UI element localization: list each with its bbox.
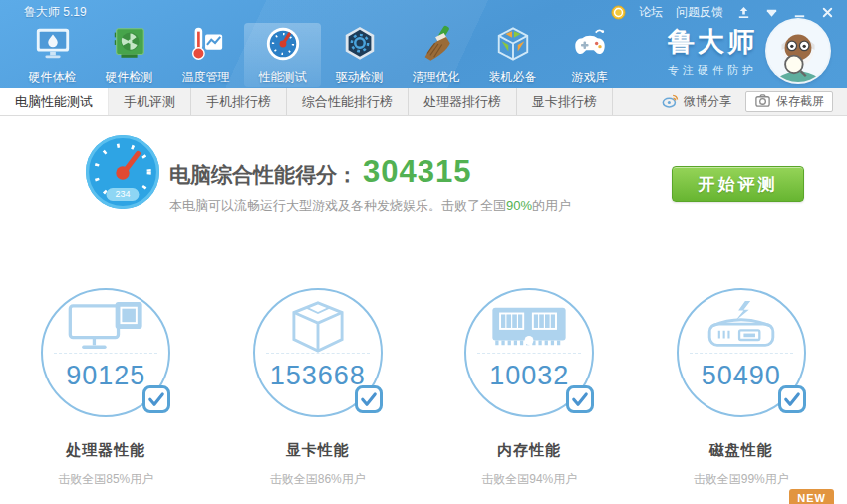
tab-phone-ranking[interactable]: 手机排行榜 bbox=[191, 88, 287, 115]
cpu-gauge-circle: 90125 bbox=[41, 288, 170, 417]
score-description: 本电脑可以流畅运行大型游戏及各种发烧娱乐。击败了全国90%的用户 bbox=[169, 197, 571, 215]
update-icon[interactable] bbox=[736, 5, 751, 20]
disk-gauge-label: 磁盘性能 bbox=[636, 441, 847, 460]
skin-icon[interactable] bbox=[764, 5, 779, 20]
cpu-gauge-label: 处理器性能 bbox=[0, 441, 212, 460]
score-desc-percent: 90% bbox=[506, 198, 532, 213]
score-info: 电脑综合性能得分： 304315 本电脑可以流畅运行大型游戏及各种发烧娱乐。击败… bbox=[169, 154, 571, 215]
forum-link[interactable]: 论坛 bbox=[639, 4, 663, 21]
minimize-button[interactable] bbox=[792, 5, 807, 20]
disk-gauge-circle: 50490 bbox=[677, 288, 806, 417]
check-badge-icon bbox=[141, 384, 171, 414]
window-title: 鲁大师 5.19 bbox=[24, 4, 87, 21]
toolbar-item-hardware-detect[interactable]: 硬件检测 bbox=[91, 23, 167, 87]
header: 鲁大师 5.19 论坛 问题反馈 bbox=[0, 0, 847, 88]
disk-beat-text: 击败全国99%用户 bbox=[636, 471, 847, 488]
start-benchmark-button[interactable]: 开始评测 bbox=[672, 166, 804, 202]
score-section: 234 电脑综合性能得分： 304315 本电脑可以流畅运行大型游戏及各种发烧娱… bbox=[85, 132, 807, 227]
check-badge-icon bbox=[565, 384, 595, 414]
feedback-link[interactable]: 问题反馈 bbox=[676, 4, 723, 21]
toolbar-label: 清理优化 bbox=[413, 69, 460, 86]
divider bbox=[477, 353, 581, 354]
toolbar-item-driver-detect[interactable]: 驱动检测 bbox=[321, 23, 398, 87]
hardware-detect-icon bbox=[111, 25, 148, 67]
check-badge-icon bbox=[777, 384, 807, 414]
tab-actions: 微博分享 保存截屏 bbox=[662, 88, 847, 115]
titlebar-controls: 论坛 问题反馈 bbox=[611, 4, 835, 21]
toolbar-item-performance-test[interactable]: 性能测试 bbox=[244, 23, 321, 87]
divider bbox=[690, 353, 793, 354]
gauge-pill-badge: 234 bbox=[106, 188, 139, 201]
memory-gauge-label: 内存性能 bbox=[424, 441, 636, 460]
mascot-avatar bbox=[767, 20, 829, 82]
disk-drive-icon bbox=[696, 300, 787, 354]
toolbar: 硬件体检 硬件检测 温度管理 性能测试 bbox=[14, 23, 628, 87]
gauge-card-disk[interactable]: 50490 磁盘性能 击败全国99%用户 bbox=[636, 288, 847, 488]
weibo-share-button[interactable]: 微博分享 bbox=[662, 92, 731, 112]
weibo-icon bbox=[662, 92, 679, 112]
memory-gauge-circle: 10032 bbox=[464, 288, 594, 417]
memory-stick-icon bbox=[483, 300, 575, 354]
gpu-gauge-label: 显卡性能 bbox=[212, 441, 424, 460]
new-badge: NEW bbox=[789, 489, 834, 504]
titlebar: 鲁大师 5.19 论坛 问题反馈 bbox=[0, 0, 847, 22]
save-screenshot-label: 保存截屏 bbox=[776, 93, 824, 110]
hardware-checkup-icon bbox=[34, 25, 72, 67]
score-value: 304315 bbox=[363, 154, 471, 190]
cpu-monitor-icon bbox=[60, 300, 151, 354]
brand-slogan: 专注硬件防护 bbox=[668, 63, 757, 78]
divider bbox=[54, 353, 157, 354]
toolbar-label: 温度管理 bbox=[182, 69, 230, 86]
toolbar-label: 装机必备 bbox=[489, 69, 537, 86]
gpu-gauge-circle: 153668 bbox=[253, 288, 383, 417]
toolbar-label: 性能测试 bbox=[259, 69, 307, 86]
toolbar-item-toolkit[interactable]: 装机必备 bbox=[474, 23, 551, 87]
gauge-card-memory[interactable]: 10032 内存性能 击败全国94%用户 bbox=[424, 288, 636, 488]
toolbar-label: 硬件体检 bbox=[29, 69, 77, 86]
tab-pc-benchmark[interactable]: 电脑性能测试 bbox=[0, 88, 109, 115]
temperature-icon bbox=[187, 25, 225, 67]
gpu-beat-text: 击败全国86%用户 bbox=[212, 471, 424, 488]
camera-icon bbox=[754, 92, 771, 112]
brand: 鲁大师 专注硬件防护 bbox=[668, 20, 829, 82]
gauge-card-cpu[interactable]: 90125 处理器性能 击败全国85%用户 bbox=[0, 288, 212, 488]
toolbar-item-game-library[interactable]: 游戏库 bbox=[551, 23, 628, 87]
toolkit-cube-icon bbox=[494, 25, 532, 67]
gauge-card-gpu[interactable]: 153668 显卡性能 击败全国86%用户 bbox=[212, 288, 424, 488]
divider bbox=[266, 353, 370, 354]
driver-detect-icon bbox=[341, 25, 379, 67]
tab-phone-review[interactable]: 手机评测 bbox=[109, 88, 191, 115]
toolbar-label: 硬件检测 bbox=[106, 69, 153, 86]
coin-icon[interactable] bbox=[611, 5, 626, 20]
toolbar-label: 驱动检测 bbox=[336, 69, 384, 86]
toolbar-item-hardware-checkup[interactable]: 硬件体检 bbox=[14, 23, 91, 87]
cleanup-broom-icon bbox=[418, 25, 455, 67]
performance-test-icon bbox=[264, 25, 302, 67]
toolbar-label: 游戏库 bbox=[572, 69, 608, 86]
gauges-row: 90125 处理器性能 击败全国85%用户 153668 bbox=[0, 288, 847, 488]
save-screenshot-button[interactable]: 保存截屏 bbox=[745, 91, 833, 112]
memory-beat-text: 击败全国94%用户 bbox=[424, 471, 636, 488]
main-content: 234 电脑综合性能得分： 304315 本电脑可以流畅运行大型游戏及各种发烧娱… bbox=[0, 117, 847, 504]
score-desc-suffix: 的用户 bbox=[532, 198, 571, 213]
app-window: 鲁大师 5.19 论坛 问题反馈 bbox=[0, 0, 847, 504]
score-gauge-icon: 234 bbox=[85, 134, 160, 210]
close-button[interactable] bbox=[820, 5, 835, 20]
brand-name: 鲁大师 bbox=[668, 24, 757, 60]
score-desc-prefix: 本电脑可以流畅运行大型游戏及各种发烧娱乐。击败了全国 bbox=[169, 198, 506, 213]
cpu-beat-text: 击败全国85%用户 bbox=[0, 471, 212, 488]
tabbar: 电脑性能测试 手机评测 手机排行榜 综合性能排行榜 处理器排行榜 显卡排行榜 微… bbox=[0, 88, 847, 116]
tab-overall-ranking[interactable]: 综合性能排行榜 bbox=[287, 88, 409, 115]
brand-text: 鲁大师 专注硬件防护 bbox=[668, 24, 757, 78]
tab-cpu-ranking[interactable]: 处理器排行榜 bbox=[409, 88, 517, 115]
gpu-cube-icon bbox=[272, 300, 364, 354]
toolbar-item-cleanup[interactable]: 清理优化 bbox=[398, 23, 474, 87]
toolbar-item-temperature[interactable]: 温度管理 bbox=[167, 23, 244, 87]
score-label: 电脑综合性能得分： bbox=[169, 161, 358, 189]
tab-gpu-ranking[interactable]: 显卡排行榜 bbox=[517, 88, 613, 115]
weibo-share-label: 微博分享 bbox=[684, 93, 731, 110]
gamepad-icon bbox=[571, 25, 609, 67]
check-badge-icon bbox=[354, 384, 384, 414]
